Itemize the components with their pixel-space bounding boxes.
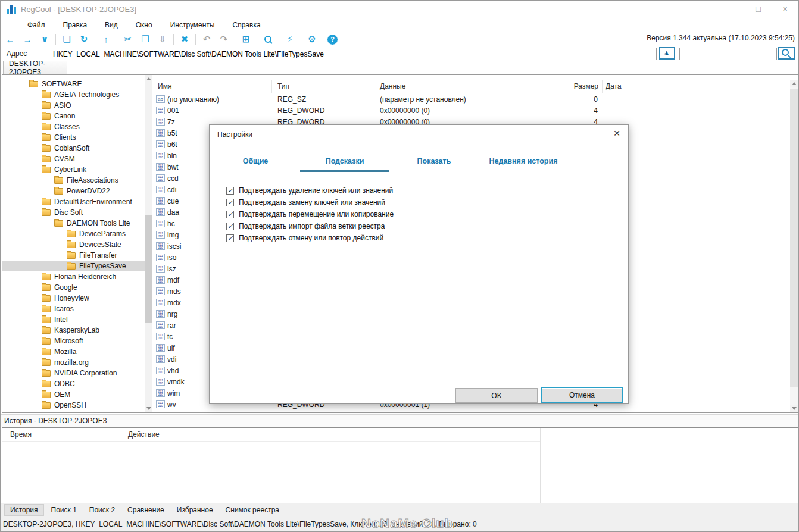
key-odbc[interactable]: ODBC xyxy=(2,378,152,389)
ok-button[interactable]: OK xyxy=(455,388,538,403)
address-input[interactable] xyxy=(51,48,657,60)
column-header-date[interactable]: Дата xyxy=(603,80,673,93)
key-powerdvd22[interactable]: PowerDVD22 xyxy=(2,186,152,196)
close-button[interactable]: × xyxy=(772,1,798,18)
history-dropdown-icon[interactable]: ∨ xyxy=(38,33,51,46)
forward-icon[interactable]: → xyxy=(21,33,34,46)
key-mozilla[interactable]: Mozilla xyxy=(2,346,152,357)
separator[interactable] xyxy=(323,34,323,45)
menu-view[interactable]: Вид xyxy=(105,21,118,29)
dialog-close-icon[interactable]: ✕ xyxy=(613,129,620,138)
separator[interactable] xyxy=(195,34,196,45)
checkbox-checked-icon[interactable]: ✓ xyxy=(226,199,234,206)
key-google[interactable]: Google xyxy=(2,282,152,293)
tab-history[interactable]: История xyxy=(4,504,44,516)
redo-icon[interactable]: ↷ xyxy=(217,33,230,46)
scroll-up-icon[interactable] xyxy=(145,75,152,83)
tab-favorites[interactable]: Избранное xyxy=(171,505,219,515)
key-filetransfer[interactable]: FileTransfer xyxy=(2,250,152,261)
scroll-down-icon[interactable] xyxy=(790,405,798,412)
tab-hints[interactable]: Подсказки xyxy=(300,153,389,172)
scroll-up-icon[interactable] xyxy=(790,80,798,87)
compare-icon[interactable]: ⚡ xyxy=(283,33,296,46)
key-cvsm[interactable]: CVSM xyxy=(2,154,152,164)
go-button[interactable]: ➤ xyxy=(659,47,675,60)
key-openssh[interactable]: OpenSSH xyxy=(2,400,152,411)
delete-icon[interactable]: ✖ xyxy=(178,33,191,46)
separator[interactable] xyxy=(173,34,174,45)
tab-general[interactable]: Общие xyxy=(211,153,300,172)
minimize-button[interactable]: – xyxy=(718,1,745,18)
key-disc-soft[interactable]: Disc Soft xyxy=(2,207,152,218)
session-tab[interactable]: DESKTOP-2JOPOE3 xyxy=(3,61,67,74)
tree-scrollbar[interactable] xyxy=(145,75,152,412)
key-honeyview[interactable]: Honeyview xyxy=(2,293,152,303)
key-nvidia-corporation[interactable]: NVIDIA Corporation xyxy=(2,368,152,378)
parent-key-icon[interactable]: ↑ xyxy=(99,33,113,46)
history-column-time[interactable]: Время xyxy=(2,428,123,441)
key-ageia-technologies[interactable]: AGEIA Technologies xyxy=(2,89,152,100)
checkbox-checked-icon[interactable]: ✓ xyxy=(226,211,234,218)
key-fileassociations[interactable]: FileAssociations xyxy=(2,175,152,186)
key-icaros[interactable]: Icaros xyxy=(2,303,152,314)
history-panel-divider[interactable] xyxy=(540,428,541,503)
separator[interactable] xyxy=(257,34,257,45)
key-florian-heidenreich[interactable]: Florian Heidenreich xyxy=(2,271,152,282)
key-microsoft[interactable]: Microsoft xyxy=(2,336,152,346)
separator[interactable] xyxy=(235,34,235,45)
key-kasperskylab[interactable]: KasperskyLab xyxy=(2,325,152,336)
checkbox-checked-icon[interactable]: ✓ xyxy=(226,223,234,230)
tab-search-2[interactable]: Поиск 2 xyxy=(84,505,120,515)
key-filetypessave[interactable]: FileTypesSave xyxy=(2,261,152,271)
connect-computer-icon[interactable]: ❏ xyxy=(60,33,73,46)
tab-show[interactable]: Показать xyxy=(389,153,479,172)
list-scrollbar-thumb[interactable] xyxy=(790,89,798,387)
key-cobiansoft[interactable]: CobianSoft xyxy=(2,143,152,154)
tree-scrollbar-thumb[interactable] xyxy=(145,215,152,323)
column-header-size[interactable]: Размер xyxy=(567,80,603,93)
key-deviceparams[interactable]: DeviceParams xyxy=(2,229,152,239)
scroll-down-icon[interactable] xyxy=(145,405,152,412)
tab-search-1[interactable]: Поиск 1 xyxy=(46,505,82,515)
separator[interactable] xyxy=(301,34,301,45)
maximize-button[interactable]: □ xyxy=(745,1,772,18)
column-header-name[interactable]: Имя xyxy=(153,80,272,93)
new-key-icon[interactable]: ⊞ xyxy=(239,33,252,46)
menu-edit[interactable]: Правка xyxy=(63,21,88,29)
menu-tools[interactable]: Инструменты xyxy=(170,21,215,29)
refresh-icon[interactable]: ↻ xyxy=(77,33,90,46)
filter-input[interactable] xyxy=(679,48,777,60)
column-header-type[interactable]: Тип xyxy=(272,80,376,93)
paste-icon[interactable]: ⇩ xyxy=(156,33,169,46)
key-canon[interactable]: Canon xyxy=(2,111,152,121)
key-mozilla-org[interactable]: mozilla.org xyxy=(2,357,152,368)
help-icon[interactable]: ? xyxy=(327,35,338,45)
separator[interactable] xyxy=(117,34,117,45)
key-daemon-tools-lite[interactable]: DAEMON Tools Lite xyxy=(2,218,152,229)
key-cyberlink[interactable]: CyberLink xyxy=(2,164,152,175)
history-column-action[interactable]: Действие xyxy=(123,428,540,441)
registry-value-row[interactable]: 011 110 001 REG_DWORD 0x00000000 (0) 4 xyxy=(153,105,798,116)
search-icon[interactable] xyxy=(261,33,274,46)
key-asio[interactable]: ASIO xyxy=(2,100,152,111)
undo-icon[interactable]: ↶ xyxy=(200,33,213,46)
key-oem[interactable]: OEM xyxy=(2,389,152,400)
settings-icon[interactable]: ⚙ xyxy=(305,33,319,46)
separator[interactable] xyxy=(55,34,56,45)
key-classes[interactable]: Classes xyxy=(2,121,152,132)
registry-value-row[interactable]: ab (по умолчанию) REG_SZ (параметр не ус… xyxy=(153,93,798,105)
cancel-button[interactable]: Отмена xyxy=(541,387,623,403)
cut-icon[interactable]: ✂ xyxy=(121,33,135,46)
menu-file[interactable]: Файл xyxy=(27,21,45,29)
separator[interactable] xyxy=(279,34,279,45)
back-icon[interactable]: ← xyxy=(4,33,17,46)
tab-compare[interactable]: Сравнение xyxy=(122,505,170,515)
key-intel[interactable]: Intel xyxy=(2,314,152,325)
copy-icon[interactable]: ❐ xyxy=(139,33,152,46)
checkbox-checked-icon[interactable]: ✓ xyxy=(226,187,234,195)
search-button[interactable] xyxy=(778,47,795,60)
key-defaultuserenvironment[interactable]: DefaultUserEnvironment xyxy=(2,196,152,207)
key-devicesstate[interactable]: DevicesState xyxy=(2,239,152,250)
separator[interactable] xyxy=(95,34,95,45)
key-clients[interactable]: Clients xyxy=(2,132,152,143)
